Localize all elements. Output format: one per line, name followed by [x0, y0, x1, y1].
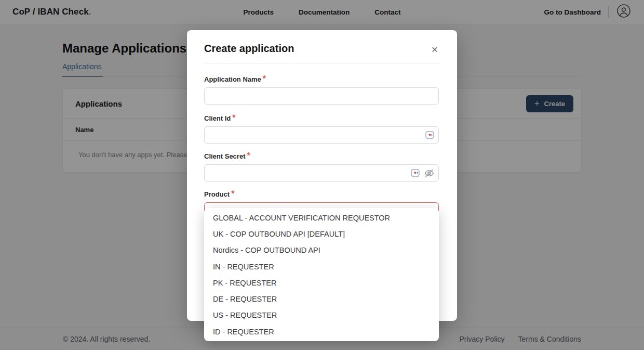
product-option[interactable]: IN - REQUESTER [204, 258, 439, 275]
product-option[interactable]: US - REQUESTER [204, 307, 439, 323]
product-label: Product [204, 190, 230, 198]
client-secret-label: Client Secret [204, 152, 245, 160]
client-secret-field-group: Client Secret* [204, 151, 439, 161]
close-icon: × [432, 43, 438, 56]
product-option[interactable]: UK - COP OUTBOUND API [DEFAULT] [204, 226, 439, 242]
client-secret-input[interactable] [204, 164, 439, 182]
required-asterisk: * [247, 151, 250, 160]
client-id-field-group: Client Id* [204, 113, 439, 123]
close-button[interactable]: × [428, 43, 441, 56]
modal-title: Create application [204, 43, 294, 55]
required-asterisk: * [263, 74, 266, 83]
client-id-input[interactable] [204, 126, 439, 144]
required-asterisk: * [232, 113, 235, 122]
product-option[interactable]: PK - REQUESTER [204, 275, 439, 291]
client-secret-input-wrap [204, 164, 439, 182]
product-field-group: Product* [204, 189, 439, 199]
product-option[interactable]: ID - REQUESTER [204, 323, 439, 340]
password-manager-icon[interactable] [425, 131, 434, 139]
password-manager-icon[interactable] [411, 168, 420, 177]
application-name-label: Application Name [204, 75, 261, 83]
hide-password-icon[interactable] [424, 167, 435, 178]
client-id-label: Client Id [204, 114, 231, 122]
product-option[interactable]: DE - REQUESTER [204, 291, 439, 307]
application-name-input[interactable] [204, 87, 439, 105]
product-option[interactable]: GLOBAL - ACCOUNT VERIFICATION REQUESTOR [204, 210, 439, 226]
product-dropdown: GLOBAL - ACCOUNT VERIFICATION REQUESTOR … [204, 208, 439, 341]
product-option[interactable]: Nordics - COP OUTBOUND API [204, 242, 439, 258]
client-id-input-wrap [204, 126, 439, 144]
required-asterisk: * [231, 189, 234, 198]
modal-title-divider [204, 63, 440, 63]
application-name-field-group: Application Name* [204, 74, 439, 84]
